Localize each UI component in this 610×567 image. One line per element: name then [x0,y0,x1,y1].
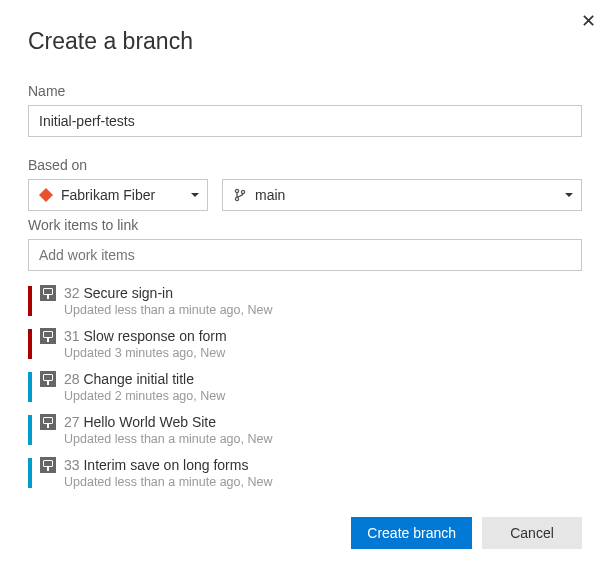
work-items-label: Work items to link [28,217,582,233]
work-item-title: 31 Slow response on form [64,327,227,345]
work-item-title: 32 Secure sign-in [64,284,272,302]
work-item-name: Interim save on long forms [80,457,249,473]
create-branch-button[interactable]: Create branch [351,517,472,549]
branch-name: main [255,187,285,203]
work-item-subtitle: Updated 3 minutes ago, New [64,345,227,361]
work-item-accent [28,458,32,488]
work-item-subtitle: Updated 2 minutes ago, New [64,388,225,404]
work-item-id: 27 [64,414,80,430]
backlog-item-icon [40,457,56,473]
work-item-accent [28,415,32,445]
svg-point-1 [235,189,238,192]
work-item-title: 27 Hello World Web Site [64,413,272,431]
work-item-body: 33 Interim save on long formsUpdated les… [64,456,272,490]
work-item-name: Hello World Web Site [80,414,216,430]
svg-point-3 [241,190,244,193]
backlog-item-icon [40,285,56,301]
svg-rect-0 [39,188,53,202]
repo-select[interactable]: Fabrikam Fiber [28,179,208,211]
branch-name-input[interactable] [28,105,582,137]
work-item-subtitle: Updated less than a minute ago, New [64,431,272,447]
work-item-subtitle: Updated less than a minute ago, New [64,302,272,318]
backlog-item-icon [40,328,56,344]
work-item-id: 28 [64,371,80,387]
work-item[interactable]: 32 Secure sign-inUpdated less than a min… [28,281,582,324]
dialog-title: Create a branch [28,28,582,55]
based-on-label: Based on [28,157,582,173]
close-icon[interactable]: ✕ [581,12,596,30]
backlog-item-icon [40,414,56,430]
work-item[interactable]: 28 Change initial titleUpdated 2 minutes… [28,367,582,410]
work-item-body: 28 Change initial titleUpdated 2 minutes… [64,370,225,404]
repo-icon [39,188,53,202]
work-items-input[interactable] [28,239,582,271]
work-item-name: Secure sign-in [80,285,173,301]
branch-select[interactable]: main [222,179,582,211]
work-item-id: 31 [64,328,80,344]
work-item-accent [28,286,32,316]
work-item-name: Slow response on form [80,328,227,344]
chevron-down-icon [191,193,199,197]
cancel-button[interactable]: Cancel [482,517,582,549]
name-label: Name [28,83,582,99]
work-item-title: 28 Change initial title [64,370,225,388]
branch-icon [233,188,247,202]
work-item[interactable]: 27 Hello World Web SiteUpdated less than… [28,410,582,453]
work-item-id: 32 [64,285,80,301]
chevron-down-icon [565,193,573,197]
work-item[interactable]: 31 Slow response on formUpdated 3 minute… [28,324,582,367]
svg-point-2 [235,197,238,200]
work-items-list: 32 Secure sign-inUpdated less than a min… [28,281,582,496]
work-item-body: 27 Hello World Web SiteUpdated less than… [64,413,272,447]
work-item-id: 33 [64,457,80,473]
work-item-body: 31 Slow response on formUpdated 3 minute… [64,327,227,361]
work-item-body: 32 Secure sign-inUpdated less than a min… [64,284,272,318]
work-item[interactable]: 33 Interim save on long formsUpdated les… [28,453,582,496]
work-item-accent [28,372,32,402]
repo-name: Fabrikam Fiber [61,187,155,203]
work-item-accent [28,329,32,359]
work-item-title: 33 Interim save on long forms [64,456,272,474]
work-item-name: Change initial title [80,371,194,387]
work-item-subtitle: Updated less than a minute ago, New [64,474,272,490]
backlog-item-icon [40,371,56,387]
